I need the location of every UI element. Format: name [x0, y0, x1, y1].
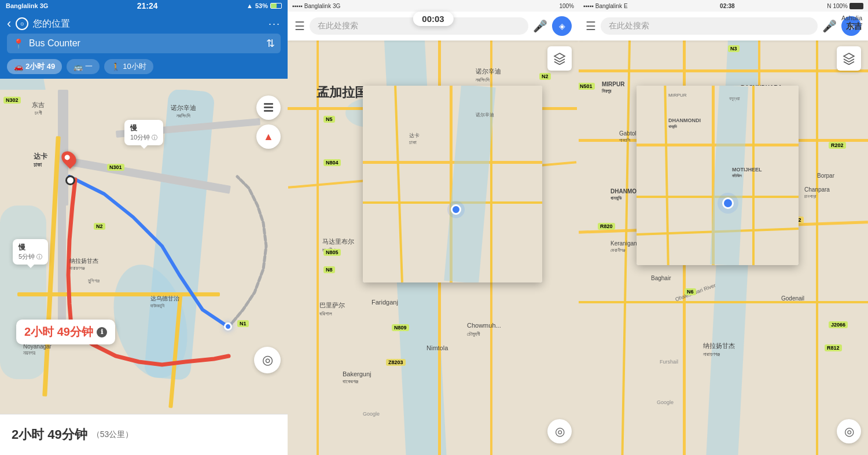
- badge-n1: N1: [237, 320, 249, 327]
- map-label-narayanganj: 纳拉扬甘杰নারায়ণগঞ্জ: [69, 258, 98, 271]
- mid-badge-n809: N809: [392, 324, 409, 331]
- back-button[interactable]: ‹: [7, 16, 11, 31]
- right-map-header: ☰ 在此处搜索 🎤 ◈: [579, 12, 868, 41]
- badge-n302: N302: [3, 97, 21, 104]
- right-label-borpar: Borpar: [817, 173, 834, 179]
- right-battery-icon: [849, 3, 863, 9]
- phone-header: ‹ ⊙ 您的位置 ··· 📍 Bus Counter ⇅: [0, 12, 288, 57]
- route-duration-box: 2小时 49分钟 ℹ: [16, 320, 115, 344]
- right-badge-r202: R202: [829, 142, 846, 149]
- right-search-bar[interactable]: 在此处搜索: [601, 17, 818, 35]
- compass-button[interactable]: ▲: [256, 124, 281, 149]
- driving-tab[interactable]: 🚗 2小时 49: [7, 59, 62, 74]
- mid-location-button[interactable]: ◎: [547, 419, 572, 443]
- mid-location-icon: ◎: [555, 424, 565, 438]
- transit-tab[interactable]: 🚌 一: [67, 59, 100, 74]
- destination-pin-icon: 📍: [13, 38, 24, 49]
- mid-signal-icon: ▪▪▪▪▪: [292, 3, 303, 9]
- car-icon: 🚗: [14, 63, 23, 71]
- phone-status-bar: Banglalink 3G 21:24 ▲ 53%: [0, 0, 288, 12]
- right-label-keraniganj: Keraniganjকেরানীগঞ্জ: [610, 240, 638, 254]
- mid-inset-map: 达卡ঢাকা 诺尔辛迪: [363, 86, 542, 282]
- mid-label-barisal: 巴里萨尔বরিশাল: [319, 301, 345, 318]
- right-ashulia-label: Ashulia: [841, 14, 862, 21]
- battery-label: 53%: [255, 2, 268, 9]
- right-badge-r820: R820: [598, 223, 615, 230]
- right-city-top-labels: Ashulia 东吉: [841, 14, 862, 32]
- walking-tab[interactable]: 🚶 10小时: [104, 59, 153, 74]
- mid-mic-icon[interactable]: 🎤: [533, 19, 547, 33]
- mid-layers-button[interactable]: [547, 46, 572, 71]
- mid-label-bangladesh: 孟加拉国: [317, 84, 367, 101]
- start-marker: [65, 175, 75, 185]
- right-layers-icon: [843, 52, 855, 65]
- phone-map[interactable]: 东吉ঢংগী 诺尔辛迪নরসিংদি 达卡ঢাকা 纳拉扬甘杰নারায়ণগঞ…: [0, 90, 288, 414]
- right-badge-n3: N3: [728, 45, 740, 52]
- svg-rect-1: [264, 107, 273, 108]
- origin-label: 您的位置: [33, 18, 264, 30]
- mid-inset-loc-dot: [451, 204, 461, 215]
- mid-label-nimtola: Nimtola: [426, 344, 448, 351]
- mid-carrier: Banglalink: [304, 3, 331, 9]
- mid-menu-icon[interactable]: ☰: [295, 19, 305, 33]
- right-carrier: Banglalink: [595, 3, 622, 9]
- mid-label-faridganj: Faridganj: [372, 298, 398, 306]
- right-mic-icon[interactable]: 🎤: [822, 19, 837, 33]
- bottom-distance-text: （53公里）: [92, 430, 134, 440]
- map-label-munsiganj: মুন্সিগঞ্জ: [88, 278, 100, 284]
- callout-slow-1: 慢 10分钟 ⓘ: [124, 120, 163, 145]
- layers-button[interactable]: [256, 96, 281, 120]
- right-location-button[interactable]: ◎: [837, 419, 861, 443]
- right-label-narayanganj: 纳拉扬甘杰নারায়ণগঞ্জ: [703, 342, 735, 358]
- mid-label-google: Google: [363, 411, 380, 417]
- svg-rect-2: [264, 110, 273, 112]
- map-label-dongji: 东吉ঢংগী: [32, 101, 45, 116]
- transit-label: 一: [85, 61, 93, 72]
- right-menu-icon[interactable]: ☰: [586, 19, 596, 33]
- network-label: 3G: [40, 2, 49, 9]
- right-badge-n501: N501: [579, 83, 595, 90]
- duration-info-icon[interactable]: ℹ: [97, 327, 107, 337]
- right-badge-j2066: J2066: [829, 321, 848, 328]
- destination-marker: [62, 151, 75, 167]
- right-location-icon: ◎: [844, 424, 854, 438]
- duration-text: 2小时 49分钟: [24, 324, 93, 340]
- walk-icon: 🚶: [111, 63, 120, 71]
- right-badge-n6: N6: [685, 288, 696, 295]
- timer-badge: 00:03: [413, 12, 453, 26]
- bus-icon: 🚌: [73, 63, 83, 71]
- current-location-dot: [224, 322, 232, 331]
- right-inset-map: DHANMONDIধানমন্ডি MOTIJHEELমতিঝিল বসুন্ধ…: [637, 86, 799, 265]
- time-label: 21:24: [137, 1, 158, 10]
- mid-search-placeholder: 在此处搜索: [318, 21, 358, 30]
- bottom-duration-text: 2小时 49分钟: [12, 426, 87, 443]
- more-options-button[interactable]: ···: [269, 18, 281, 30]
- compass-icon: ▲: [263, 131, 274, 143]
- phone-panel: Banglalink 3G 21:24 ▲ 53% ‹ ⊙ 您的位置 ··· 📍…: [0, 0, 288, 455]
- location-circle-button[interactable]: ⊙: [16, 17, 28, 30]
- status-right: ▲ 53%: [247, 2, 282, 9]
- right-layers-button[interactable]: [837, 46, 861, 71]
- carrier-label: Banglalink: [6, 2, 38, 9]
- right-status-bar: ▪▪▪▪▪ Banglalink E 02:38 N 100%: [579, 0, 868, 12]
- mid-nav-button[interactable]: ◈: [552, 16, 572, 36]
- status-left: Banglalink 3G: [6, 2, 48, 9]
- swap-directions-button[interactable]: ⇅: [266, 37, 275, 50]
- svg-rect-0: [264, 103, 273, 105]
- mid-map-panel: ▪▪▪▪▪ Banglalink 3G 100% 孟加拉国 诺尔辛迪নরসিংদ…: [288, 0, 579, 455]
- layers-icon: [262, 101, 275, 114]
- mid-badge-n5: N5: [323, 116, 335, 123]
- right-label-baghair: Baghair: [651, 275, 671, 281]
- right-time: 02:38: [720, 3, 735, 9]
- mid-layers-icon: [553, 52, 566, 65]
- driving-duration: 2小时 49: [25, 61, 55, 72]
- right-badge-r812: R812: [825, 344, 842, 351]
- right-dongji-label: 东吉: [841, 21, 862, 32]
- destination-label: Bus Counter: [29, 38, 262, 49]
- mid-label-norsinghdi: 诺尔辛迪নরসিংদি: [476, 67, 501, 84]
- map-label-daudkandi: 达乌德甘治দাউদকান্দি: [150, 295, 179, 309]
- right-map-panel: ▪▪▪▪▪ Banglalink E 02:38 N 100% BASUNDHA…: [579, 0, 868, 455]
- mid-nav-icon: ◈: [559, 21, 565, 31]
- location-button-phone[interactable]: ◎: [254, 347, 281, 373]
- badge-n2: N2: [94, 223, 105, 230]
